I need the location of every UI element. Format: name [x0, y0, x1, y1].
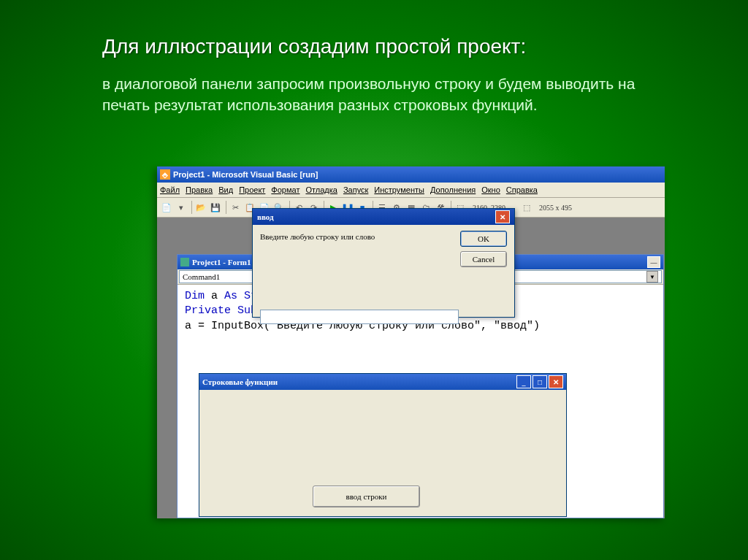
- ok-button[interactable]: OK: [460, 231, 507, 247]
- app-form-window: Строковые функции _ □ ✕ ввод строки: [199, 373, 567, 517]
- vb-app-icon: ⬘: [160, 169, 170, 180]
- minimize-icon[interactable]: _: [516, 375, 531, 388]
- code-window-icon: [180, 258, 189, 266]
- code-minimize-icon[interactable]: —: [647, 256, 660, 268]
- chevron-down-icon[interactable]: ▼: [646, 271, 658, 283]
- app-form-title: Строковые функции: [202, 377, 278, 386]
- menu-tools[interactable]: Инструменты: [374, 185, 424, 194]
- vb-titlebar[interactable]: ⬘ Project1 - Microsoft Visual Basic [run…: [157, 166, 665, 183]
- app-form-titlebar[interactable]: Строковые функции _ □ ✕: [199, 374, 566, 390]
- tb-size-icon: ⬚: [520, 201, 533, 214]
- menu-addins[interactable]: Дополнения: [430, 185, 476, 194]
- inputbox-dialog: ввод ✕ Введите любую строку или слово OK…: [252, 208, 515, 318]
- menu-view[interactable]: Вид: [218, 185, 233, 194]
- menu-debug[interactable]: Отладка: [305, 185, 337, 194]
- tb-addproject-icon[interactable]: 📄: [160, 201, 173, 214]
- menu-run[interactable]: Запуск: [343, 185, 368, 194]
- inputbox-title: ввод: [257, 212, 274, 221]
- menu-project[interactable]: Проект: [239, 185, 265, 194]
- vb-title-text: Project1 - Microsoft Visual Basic [run]: [173, 170, 318, 179]
- menu-edit[interactable]: Правка: [186, 185, 213, 194]
- inputbox-titlebar[interactable]: ввод ✕: [253, 209, 514, 225]
- cancel-button[interactable]: Cancel: [460, 251, 507, 267]
- inputbox-textfield[interactable]: [260, 310, 459, 324]
- tb-open-icon[interactable]: 📂: [194, 201, 207, 214]
- menu-format[interactable]: Формат: [271, 185, 299, 194]
- object-combo-value: Command1: [183, 272, 220, 281]
- menu-help[interactable]: Справка: [506, 185, 538, 194]
- input-string-button[interactable]: ввод строки: [313, 486, 420, 507]
- inputbox-body: Введите любую строку или слово OK Cancel: [253, 225, 514, 331]
- menu-window[interactable]: Окно: [481, 185, 500, 194]
- close-icon[interactable]: ✕: [495, 210, 510, 223]
- slide-description: в диалоговой панели запросим произвольну…: [102, 73, 657, 116]
- tb-cut-icon[interactable]: ✂: [229, 201, 242, 214]
- maximize-icon[interactable]: □: [533, 375, 547, 388]
- app-form-body: ввод строки: [199, 390, 566, 516]
- menu-file[interactable]: Файл: [160, 185, 180, 194]
- tb-addform-icon[interactable]: ▾: [175, 201, 188, 214]
- tb-save-icon[interactable]: 💾: [209, 201, 222, 214]
- close-icon[interactable]: ✕: [549, 375, 563, 388]
- menubar: Файл Правка Вид Проект Формат Отладка За…: [157, 183, 665, 198]
- coords-size: 2055 x 495: [539, 204, 572, 212]
- slide-title: Для иллюстрации создадим простой проект:: [102, 35, 526, 58]
